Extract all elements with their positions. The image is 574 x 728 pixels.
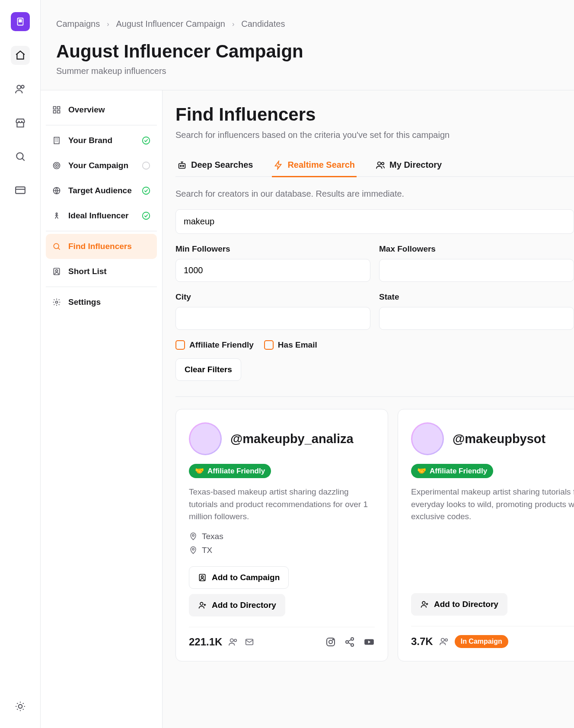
- sidebar-item-short-list[interactable]: Short List: [46, 259, 157, 284]
- svg-rect-12: [54, 111, 56, 113]
- svg-point-23: [143, 212, 150, 220]
- svg-point-27: [56, 301, 58, 303]
- svg-rect-8: [16, 187, 25, 193]
- grid-icon: [52, 105, 61, 115]
- clear-filters-button[interactable]: Clear Filters: [175, 358, 241, 381]
- svg-point-15: [143, 137, 150, 144]
- influencer-bio: Texas-based makeup artist sharing dazzli…: [189, 486, 375, 523]
- sidebar-item-ideal-influencer[interactable]: Ideal Influencer: [46, 203, 157, 228]
- svg-rect-10: [54, 107, 56, 109]
- location-text: TX: [202, 546, 212, 555]
- nav-users[interactable]: [11, 80, 30, 99]
- has-email-checkbox[interactable]: Has Email: [264, 340, 317, 350]
- svg-point-45: [346, 641, 348, 643]
- svg-point-42: [329, 640, 332, 644]
- sidebar-item-your-brand[interactable]: Your Brand: [46, 128, 157, 153]
- sidebar-item-label: Settings: [68, 297, 101, 307]
- chevron-right-icon: ›: [107, 20, 109, 28]
- add-to-campaign-button[interactable]: Add to Campaign: [189, 566, 289, 589]
- sidebar-item-label: Your Campaign: [68, 161, 128, 170]
- handshake-icon: 🤝: [417, 466, 426, 476]
- card-icon: [15, 185, 26, 196]
- nav-theme[interactable]: [11, 697, 30, 716]
- svg-point-30: [182, 165, 184, 166]
- svg-point-39: [234, 639, 237, 642]
- search-tabs: Deep Searches Realtime Search My Directo…: [175, 154, 574, 177]
- svg-point-9: [18, 705, 22, 709]
- affiliate-friendly-checkbox[interactable]: Affiliate Friendly: [175, 340, 254, 350]
- sidebar-item-settings[interactable]: Settings: [46, 290, 157, 315]
- sidebar-item-target-audience[interactable]: Target Audience: [46, 178, 157, 203]
- svg-point-37: [200, 602, 203, 605]
- svg-point-44: [351, 638, 354, 640]
- influencer-bio: Experimental makeup artist sharing tutor…: [411, 486, 574, 523]
- min-followers-label: Min Followers: [175, 244, 370, 254]
- instagram-icon[interactable]: [325, 637, 336, 647]
- location-text: Texas: [202, 532, 223, 541]
- tab-deep-searches[interactable]: Deep Searches: [175, 154, 255, 177]
- tab-label: Realtime Search: [287, 160, 355, 170]
- breadcrumb-candidates[interactable]: Candidates: [241, 19, 285, 29]
- tab-label: My Directory: [389, 160, 442, 170]
- breadcrumb-campaigns[interactable]: Campaigns: [56, 19, 100, 29]
- affiliate-badge: 🤝 Affiliate Friendly: [189, 464, 271, 478]
- svg-rect-14: [54, 137, 59, 144]
- contact-icon: [52, 267, 61, 276]
- influencer-handle[interactable]: @makeupbysot: [453, 432, 545, 446]
- add-to-directory-button[interactable]: Add to Directory: [189, 594, 285, 616]
- tab-my-directory[interactable]: My Directory: [374, 154, 443, 177]
- follower-count: 3.7K: [411, 635, 433, 648]
- chevron-right-icon: ›: [232, 20, 234, 28]
- sun-icon: [15, 701, 26, 712]
- user-plus-icon: [198, 601, 207, 610]
- circle-icon: [141, 161, 151, 170]
- nav-home[interactable]: [11, 46, 30, 65]
- influencer-card: @makeupby_analiza 🤝 Affiliate Friendly T…: [175, 409, 388, 661]
- sidebar-item-label: Ideal Influencer: [68, 211, 128, 220]
- user-plus-icon: [420, 600, 429, 609]
- search-input[interactable]: [175, 209, 574, 234]
- campaign-steps-sidebar: Overview Your Brand Your Campaign Target…: [41, 90, 163, 728]
- target-icon: [52, 161, 61, 170]
- city-input[interactable]: [175, 307, 370, 330]
- max-followers-input[interactable]: [379, 259, 574, 282]
- page-title: August Influencer Campaign: [56, 41, 558, 62]
- svg-point-21: [143, 187, 150, 195]
- state-input[interactable]: [379, 307, 574, 330]
- handshake-icon: 🤝: [195, 466, 204, 476]
- svg-point-6: [21, 85, 24, 88]
- breadcrumb-campaign-name[interactable]: August Influencer Campaign: [116, 19, 225, 29]
- svg-rect-28: [179, 163, 185, 168]
- share-icon[interactable]: [344, 637, 355, 647]
- sidebar-item-your-campaign[interactable]: Your Campaign: [46, 153, 157, 178]
- panel-title: Find Influencers: [175, 104, 574, 125]
- svg-point-31: [378, 162, 381, 165]
- svg-point-26: [56, 270, 58, 272]
- nav-search[interactable]: [11, 147, 30, 166]
- page-subtitle: Summer makeup influencers: [56, 66, 558, 76]
- svg-point-24: [54, 243, 59, 249]
- influencer-handle[interactable]: @makeupby_analiza: [230, 432, 354, 446]
- location-row: TX: [189, 546, 375, 555]
- tab-realtime-search[interactable]: Realtime Search: [272, 154, 357, 177]
- svg-point-5: [17, 85, 21, 89]
- youtube-icon[interactable]: [364, 636, 375, 648]
- sidebar-item-find-influencers[interactable]: Find Influencers: [46, 234, 157, 259]
- svg-point-18: [56, 165, 57, 166]
- sidebar-item-label: Overview: [68, 105, 105, 115]
- location-row: Texas: [189, 532, 375, 541]
- svg-rect-2: [20, 19, 21, 20]
- nav-store[interactable]: [11, 113, 30, 132]
- bot-icon: [177, 160, 187, 170]
- nav-billing[interactable]: [11, 181, 30, 200]
- find-influencers-panel: Find Influencers Search for influencers …: [163, 90, 574, 728]
- sidebar-item-overview[interactable]: Overview: [46, 97, 157, 122]
- app-logo[interactable]: [11, 12, 30, 31]
- svg-point-49: [441, 638, 444, 641]
- nav-rail: [0, 0, 41, 728]
- svg-rect-1: [19, 19, 20, 20]
- influencer-card: @makeupbysot 🤝 Affiliate Friendly Experi…: [398, 409, 574, 661]
- search-icon: [52, 242, 61, 251]
- min-followers-input[interactable]: [175, 259, 370, 282]
- add-to-directory-button[interactable]: Add to Directory: [411, 593, 507, 616]
